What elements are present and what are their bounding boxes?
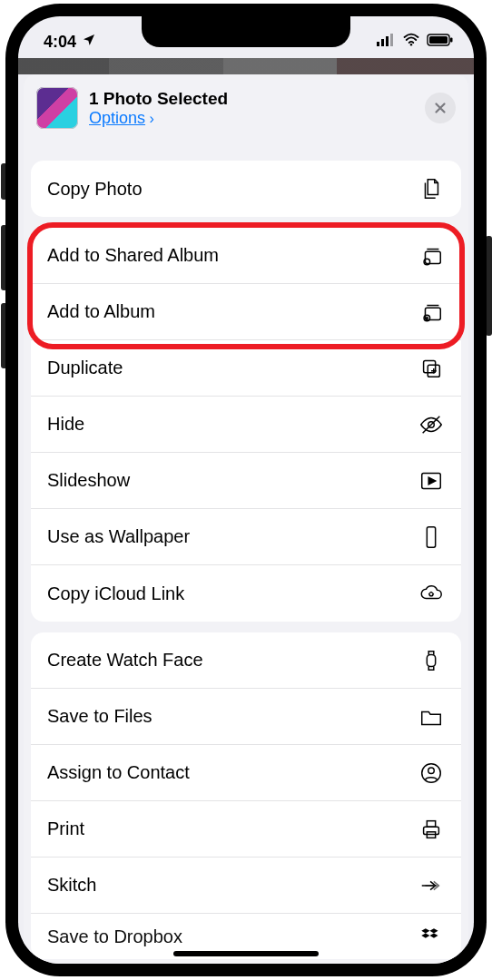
action-label: Save to Files <box>47 706 418 727</box>
options-link[interactable]: Options <box>89 109 145 127</box>
add-album-icon <box>418 299 445 326</box>
action-label: Slideshow <box>47 470 418 491</box>
duplicate-icon <box>418 355 445 382</box>
selected-count-label: 1 Photo Selected <box>89 89 425 109</box>
action-list[interactable]: Copy PhotoAdd to Shared AlbumAdd to Albu… <box>24 161 468 964</box>
wifi-icon <box>401 32 421 52</box>
share-header: 1 Photo Selected Options › <box>24 74 468 150</box>
notch <box>142 16 350 47</box>
action-copy-icloud-link[interactable]: Copy iCloud Link <box>31 565 461 622</box>
cloud-link-icon <box>418 580 445 607</box>
action-add-to-shared-album[interactable]: Add to Shared Album <box>31 228 461 284</box>
action-label: Copy iCloud Link <box>47 583 418 604</box>
action-hide[interactable]: Hide <box>31 397 461 453</box>
action-label: Copy Photo <box>47 179 418 200</box>
action-group: Copy Photo <box>31 161 461 217</box>
watch-icon <box>418 647 445 674</box>
action-create-watch-face[interactable]: Create Watch Face <box>31 632 461 689</box>
action-add-to-album[interactable]: Add to Album <box>31 284 461 340</box>
print-icon <box>418 816 445 843</box>
action-label: Add to Album <box>47 301 418 322</box>
svg-rect-8 <box>425 251 440 263</box>
svg-rect-6 <box>429 36 448 44</box>
action-label: Print <box>47 818 418 839</box>
svg-rect-7 <box>450 38 453 43</box>
skitch-arrow-icon <box>418 872 445 899</box>
dropbox-icon <box>418 923 445 950</box>
action-slideshow[interactable]: Slideshow <box>31 453 461 509</box>
action-copy-photo[interactable]: Copy Photo <box>31 161 461 217</box>
share-sheet: 1 Photo Selected Options › Copy PhotoAdd… <box>24 74 468 964</box>
action-save-to-files[interactable]: Save to Files <box>31 689 461 745</box>
phone-outline-icon <box>418 524 445 551</box>
close-button[interactable] <box>425 93 456 123</box>
background-photos-strip <box>18 58 474 74</box>
status-time: 4:04 <box>44 33 76 52</box>
action-label: Use as Wallpaper <box>47 526 418 547</box>
phone-frame: 4:04 <box>5 4 487 976</box>
folder-icon <box>418 703 445 730</box>
svg-rect-0 <box>377 42 379 46</box>
location-icon <box>82 33 96 52</box>
svg-rect-3 <box>390 34 393 46</box>
battery-icon <box>427 34 454 50</box>
svg-point-4 <box>410 44 412 45</box>
svg-rect-16 <box>427 526 435 546</box>
svg-rect-21 <box>427 820 435 827</box>
chevron-right-icon: › <box>150 111 154 126</box>
action-print[interactable]: Print <box>31 801 461 858</box>
action-label: Skitch <box>47 875 418 896</box>
action-use-as-wallpaper[interactable]: Use as Wallpaper <box>31 509 461 565</box>
action-label: Create Watch Face <box>47 650 418 671</box>
action-label: Add to Shared Album <box>47 245 418 266</box>
copy-docs-icon <box>418 175 445 202</box>
home-indicator[interactable] <box>173 951 319 956</box>
cellular-icon <box>376 34 396 50</box>
action-group: Add to Shared AlbumAdd to AlbumDuplicate… <box>31 228 461 622</box>
svg-rect-2 <box>386 36 389 46</box>
action-label: Hide <box>47 414 418 435</box>
contact-icon <box>418 760 445 787</box>
svg-rect-17 <box>427 654 435 666</box>
shared-album-icon <box>418 242 445 270</box>
hide-icon <box>418 411 445 438</box>
action-label: Duplicate <box>47 358 418 378</box>
action-assign-to-contact[interactable]: Assign to Contact <box>31 745 461 801</box>
power-button <box>486 236 492 336</box>
svg-point-19 <box>428 767 435 773</box>
action-group: Create Watch FaceSave to FilesAssign to … <box>31 632 461 959</box>
screen: 4:04 <box>18 16 474 964</box>
svg-rect-1 <box>381 39 384 46</box>
action-label: Save to Dropbox <box>47 926 418 947</box>
close-icon <box>432 100 448 116</box>
selected-photo-thumbnail[interactable] <box>36 87 78 129</box>
action-duplicate[interactable]: Duplicate <box>31 340 461 397</box>
play-icon <box>418 467 445 495</box>
svg-rect-20 <box>424 827 439 834</box>
action-skitch[interactable]: Skitch <box>31 858 461 914</box>
action-label: Assign to Contact <box>47 762 418 783</box>
